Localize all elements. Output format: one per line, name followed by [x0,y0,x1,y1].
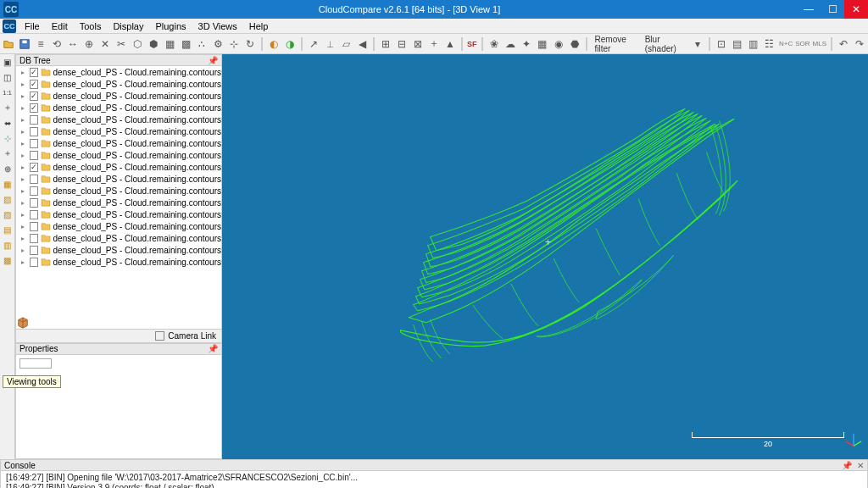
merge-icon[interactable]: ⊕ [82,37,96,51]
sf-icon[interactable]: SF [467,37,477,51]
segment2-icon[interactable]: ⊟ [395,37,409,51]
tree-item[interactable]: ▸✓dense_cloud_PS - Cloud.remaining.conto… [16,102,221,114]
segment3-icon[interactable]: ⊠ [411,37,425,51]
menu-file[interactable]: File [19,21,46,31]
expand-icon[interactable]: ▸ [21,80,27,88]
tree-item[interactable]: ▸dense_cloud_PS - Cloud.remaining.contou… [16,208,221,220]
view-iso2-icon[interactable]: ▧ [2,193,14,205]
remove-filter-button[interactable]: Remove filter [592,35,639,53]
plugin4-icon[interactable]: ▦ [536,37,549,51]
view-iso5-icon[interactable]: ▥ [2,239,14,251]
sor-label[interactable]: SOR [795,37,810,51]
console-pin-icon[interactable]: 📌 [842,461,852,470]
pin-icon[interactable]: 📌 [208,344,221,353]
mls-label[interactable]: MLS [813,37,826,51]
tree-item[interactable]: ▸✓dense_cloud_PS - Cloud.remaining.conto… [16,90,221,102]
tree-item[interactable]: ▸dense_cloud_PS - Cloud.remaining.contou… [16,256,221,268]
tree-checkbox[interactable]: ✓ [30,92,38,101]
axis-icon[interactable]: ⊹ [227,37,241,51]
app-menu-icon[interactable]: CC [3,19,16,33]
plugin6-icon[interactable]: ⬣ [568,37,581,51]
redo-icon[interactable]: ↷ [853,37,866,51]
expand-icon[interactable]: ▸ [21,92,27,100]
tree-checkbox[interactable] [30,175,38,184]
tree-item[interactable]: ▸✓dense_cloud_PS - Cloud.remaining.conto… [16,66,221,78]
maximize-button[interactable]: ☐ [821,0,844,19]
view-iso3-icon[interactable]: ▨ [2,208,14,220]
tree-checkbox[interactable] [30,198,38,208]
tree-item[interactable]: ▸dense_cloud_PS - Cloud.remaining.contou… [16,125,221,137]
zoom-in-icon[interactable]: ＋ [2,102,14,114]
add-icon[interactable]: ＋ [427,37,441,51]
tool-icon-3[interactable]: ⬢ [147,37,160,51]
nc-label[interactable]: N+C [779,37,793,51]
view-front-icon[interactable]: ◫ [2,71,14,83]
up-icon[interactable]: ▲ [443,37,457,51]
tree-checkbox[interactable]: ✓ [30,68,38,77]
tree-item[interactable]: ▸✓dense_cloud_PS - Cloud.remaining.conto… [16,78,221,90]
expand-icon[interactable]: ▸ [21,187,27,195]
tree-item[interactable]: ▸dense_cloud_PS - Cloud.remaining.contou… [16,197,221,208]
tree-checkbox[interactable]: ✓ [30,80,38,89]
dropdown-icon[interactable]: ▾ [691,37,704,51]
cancel-icon[interactable]: ✕ [98,37,112,51]
translate-icon[interactable]: ↔ [66,37,80,51]
tree-item[interactable]: ▸dense_cloud_PS - Cloud.remaining.contou… [16,232,221,244]
misc2-icon[interactable]: ▤ [731,37,744,51]
view-axes-icon[interactable]: ⊹ [2,132,14,144]
close-button[interactable]: ✕ [844,0,868,19]
zoom-in2-icon[interactable]: ＋ [2,147,14,159]
view-icon-2[interactable]: ▩ [179,37,192,51]
view-top-icon[interactable]: ▣ [2,56,14,68]
expand-icon[interactable]: ▸ [21,199,27,207]
config-icon[interactable]: ⚙ [211,37,225,51]
tree-item[interactable]: ▸dense_cloud_PS - Cloud.remaining.contou… [16,137,221,149]
tree-checkbox[interactable] [30,139,38,148]
menu-display[interactable]: Display [107,21,149,31]
expand-icon[interactable]: ▸ [21,116,27,124]
zoom-reset-icon[interactable]: ⊕ [2,163,14,175]
camera-link-checkbox[interactable] [155,331,164,341]
tool-icon[interactable]: ✂ [114,37,128,51]
tree-checkbox[interactable] [30,246,38,255]
expand-icon[interactable]: ▸ [21,140,27,147]
expand-icon[interactable]: ▸ [21,164,27,171]
menu-tools[interactable]: Tools [74,21,108,31]
rotate-icon[interactable]: ⟲ [50,37,64,51]
misc3-icon[interactable]: ▥ [747,37,760,51]
refresh-icon[interactable]: ↻ [243,37,257,51]
tree-checkbox[interactable] [30,210,38,219]
color-icon[interactable]: ◐ [267,37,281,51]
tree-checkbox[interactable] [30,115,38,125]
expand-icon[interactable]: ▸ [21,223,27,230]
view-iso6-icon[interactable]: ▩ [2,254,14,266]
tree-item[interactable]: ▸dense_cloud_PS - Cloud.remaining.contou… [16,173,221,185]
open-icon[interactable] [2,37,15,51]
shader-dropdown[interactable]: Blur (shader) [642,35,688,53]
plugin2-icon[interactable]: ☁ [504,37,517,51]
expand-icon[interactable]: ▸ [21,175,27,183]
tree-checkbox[interactable] [30,222,38,231]
menu-help[interactable]: Help [243,21,275,31]
shader-icon[interactable]: ◑ [283,37,297,51]
console-panel[interactable]: [16:49:27] [BIN] Opening file 'W:\2017\0… [0,471,868,488]
tree-checkbox[interactable] [30,234,38,243]
pin-icon[interactable]: 📌 [208,56,221,65]
tree-item[interactable]: ▸dense_cloud_PS - Cloud.remaining.contou… [16,114,221,125]
tree-item[interactable]: ▸dense_cloud_PS - Cloud.remaining.contou… [16,244,221,256]
sample-icon[interactable]: ∴ [195,37,209,51]
view-1to1-icon[interactable]: 1:1 [2,86,14,98]
menu-plugins[interactable]: Plugins [149,21,192,31]
segment-icon[interactable]: ⊞ [379,37,392,51]
misc-icon[interactable]: ⊡ [715,37,728,51]
tool-icon-2[interactable]: ⬡ [131,37,144,51]
view-iso-icon[interactable]: ▦ [2,178,14,190]
expand-icon[interactable]: ▸ [21,258,27,266]
expand-icon[interactable]: ▸ [21,152,27,159]
undo-icon[interactable]: ↶ [837,37,850,51]
proj-icon[interactable]: ▱ [339,37,353,51]
plugin-icon[interactable]: ❀ [487,37,501,51]
expand-icon[interactable]: ▸ [21,247,27,254]
tree-item[interactable]: ▸dense_cloud_PS - Cloud.remaining.contou… [16,149,221,161]
expand-icon[interactable]: ▸ [21,211,27,219]
